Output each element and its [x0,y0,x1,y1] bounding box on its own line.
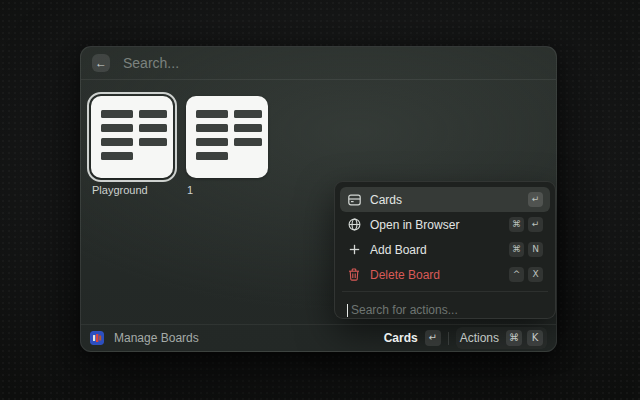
shortcut-keys: ⌘ N [509,242,543,257]
preview-column [196,110,228,178]
x-key: X [528,267,543,282]
footer-app-name: Manage Boards [114,331,199,345]
cmd-key: ⌘ [509,242,524,257]
preview-bar [139,138,167,146]
shortcut-keys: ⌘ ↵ [509,217,543,232]
globe-icon [347,218,361,232]
footer-actions: Cards ↵ Actions ⌘ K [384,327,547,349]
preview-bar [234,124,262,132]
trash-icon [347,268,361,282]
preview-bar [139,124,167,132]
board-item-1[interactable]: 1 [186,96,268,196]
plus-icon [347,243,361,257]
manage-boards-window: ← Search... Playground [80,46,557,352]
preview-bar [196,124,228,132]
preview-bar [139,110,167,118]
preview-bar [196,152,228,160]
board-thumbnail[interactable] [186,96,268,178]
actions-button-label: Actions [460,331,499,345]
menu-item-delete-board[interactable]: Delete Board ^ X [340,262,550,287]
preview-bar [234,110,262,118]
menu-item-add-board[interactable]: Add Board ⌘ N [340,237,550,262]
preview-bar [234,138,262,146]
preview-bar [196,110,228,118]
preview-bar [101,152,133,160]
menu-divider [342,291,548,292]
n-key: N [528,242,543,257]
manage-boards-app-icon [90,331,104,345]
ctrl-key: ^ [509,267,524,282]
shortcut-keys: ↵ [528,192,543,207]
return-key: ↵ [528,217,543,232]
preview-column [234,110,262,178]
footer-bar: Manage Boards Cards ↵ Actions ⌘ K [81,324,556,351]
return-key: ↵ [425,330,441,346]
shortcut-keys: ^ X [509,267,543,282]
menu-item-label: Cards [370,193,402,207]
menu-item-open-in-browser[interactable]: Open in Browser ⌘ ↵ [340,212,550,237]
footer-divider [448,332,449,345]
board-label: 1 [186,184,268,196]
menu-item-label: Open in Browser [370,218,459,232]
back-button[interactable]: ← [92,54,110,72]
cmd-key: ⌘ [506,330,522,346]
card-icon [347,193,361,207]
primary-action-label[interactable]: Cards [384,331,418,345]
preview-bar [196,138,228,146]
actions-search-field[interactable]: Search for actions... [340,296,550,317]
search-input[interactable]: Search... [123,55,179,71]
return-key: ↵ [528,192,543,207]
k-key: K [527,330,543,346]
actions-menu-button[interactable]: Actions ⌘ K [456,327,547,349]
actions-menu: Cards ↵ Open in Browser ⌘ ↵ [334,181,556,319]
back-arrow-icon: ← [95,57,107,69]
board-grid: Playground 1 [91,96,268,196]
preview-column [101,110,133,178]
menu-item-label: Delete Board [370,268,440,282]
menu-item-cards[interactable]: Cards ↵ [340,187,550,212]
menu-item-label: Add Board [370,243,427,257]
preview-column [139,110,167,178]
board-thumbnail[interactable] [91,96,173,178]
board-label: Playground [91,184,173,196]
search-bar: ← Search... [81,47,556,80]
board-item-playground[interactable]: Playground [91,96,173,196]
preview-bar [101,110,133,118]
cmd-key: ⌘ [509,217,524,232]
preview-bar [101,124,133,132]
preview-bar [101,138,133,146]
actions-search-placeholder: Search for actions... [351,303,458,317]
text-caret [347,304,348,317]
